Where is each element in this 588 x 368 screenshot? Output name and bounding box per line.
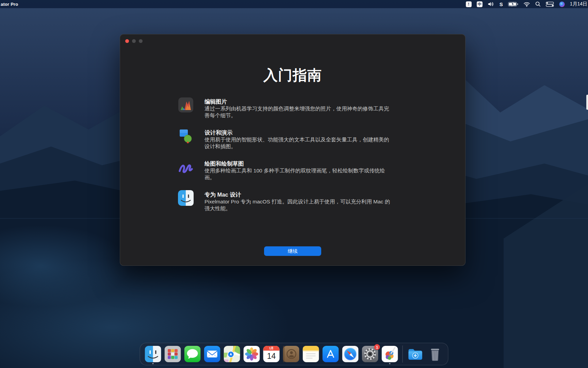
continue-button[interactable]: 继续 bbox=[264, 246, 321, 256]
feature-body: 使用多种绘画工具和 100 多种手工制作的双纹理画笔，轻松绘制数字或传统绘画。 bbox=[205, 167, 392, 181]
volume-icon[interactable] bbox=[488, 1, 494, 7]
calendar-day-label: 14 bbox=[263, 351, 280, 362]
dock: 1月 14 bbox=[140, 343, 448, 365]
page-title: 入门指南 bbox=[120, 66, 465, 85]
feature-title: 编辑图片 bbox=[205, 98, 395, 105]
calendar-month-label: 1月 bbox=[263, 346, 280, 351]
dock-safari-icon[interactable] bbox=[342, 346, 359, 362]
feature-body: 通过一系列由机器学习支持的颜色调整来增强您的照片，使用神奇的修饰工具完善每个细节… bbox=[205, 105, 392, 119]
dock-messages-icon[interactable] bbox=[184, 346, 201, 362]
spotlight-search-icon[interactable] bbox=[535, 1, 541, 7]
finder-mac-icon bbox=[178, 190, 194, 206]
close-button[interactable] bbox=[125, 39, 129, 43]
minimize-button-disabled[interactable] bbox=[132, 39, 136, 43]
feature-title: 绘图和绘制草图 bbox=[205, 160, 395, 167]
control-center-icon[interactable] bbox=[546, 2, 554, 7]
paint-squiggle-icon bbox=[178, 159, 194, 175]
dock-trash-icon[interactable] bbox=[427, 346, 443, 362]
dock-system-preferences-icon[interactable]: 1 bbox=[362, 346, 378, 362]
dock-finder-icon[interactable] bbox=[145, 346, 161, 362]
notification-count-badge: 1 bbox=[374, 344, 380, 350]
dock-maps-icon[interactable] bbox=[224, 346, 240, 362]
siri-icon[interactable] bbox=[559, 1, 565, 7]
s-app-icon[interactable]: S bbox=[500, 1, 503, 7]
feature-title: 设计和演示 bbox=[205, 129, 395, 136]
feature-title: 专为 Mac 设计 bbox=[205, 191, 395, 198]
desktop: ator Pro ! 中 S bbox=[0, 0, 588, 368]
getting-started-window: 入门指南 编辑图片 通过一系列由机器学习支持的颜色调整来增强您的照片，使用神奇的… bbox=[120, 34, 466, 266]
window-traffic-lights bbox=[125, 39, 143, 43]
input-source-icon[interactable]: 中 bbox=[477, 1, 483, 7]
dock-launchpad-icon[interactable] bbox=[165, 346, 181, 362]
feature-list: 编辑图片 通过一系列由机器学习支持的颜色调整来增强您的照片，使用神奇的修饰工具完… bbox=[178, 98, 396, 222]
dock-calendar-icon[interactable]: 1月 14 bbox=[263, 346, 280, 362]
feature-row-edit-photos: 编辑图片 通过一系列由机器学习支持的颜色调整来增强您的照片，使用神奇的修饰工具完… bbox=[178, 98, 396, 119]
dock-pixelmator-pro-icon[interactable] bbox=[382, 346, 398, 362]
running-indicator-dot bbox=[389, 363, 391, 364]
feature-body: 使用易于使用的智能形状、功能强大的文本工具以及全套矢量工具，创建精美的设计和插图… bbox=[205, 136, 392, 150]
feature-row-design: 设计和演示 使用易于使用的智能形状、功能强大的文本工具以及全套矢量工具，创建精美… bbox=[178, 129, 396, 150]
screen-right-edge-artifact bbox=[586, 95, 588, 110]
dock-downloads-folder-icon[interactable] bbox=[407, 346, 424, 362]
design-shapes-icon bbox=[178, 128, 194, 144]
dock-photos-icon[interactable] bbox=[244, 346, 260, 362]
dock-notes-icon[interactable] bbox=[303, 346, 319, 362]
feature-row-mac: 专为 Mac 设计 Pixelmator Pro 专为 macOS 打造。因此设… bbox=[178, 191, 396, 212]
menu-bar-clock[interactable]: 1月14日 bbox=[570, 1, 587, 7]
menu-bar: ator Pro ! 中 S bbox=[0, 0, 588, 8]
notification-badge-icon[interactable]: ! bbox=[466, 1, 472, 7]
feature-body: Pixelmator Pro 专为 macOS 打造。因此设计上易于使用，可以充… bbox=[205, 198, 392, 212]
dock-mail-icon[interactable] bbox=[204, 346, 220, 362]
feature-row-paint: 绘图和绘制草图 使用多种绘画工具和 100 多种手工制作的双纹理画笔，轻松绘制数… bbox=[178, 160, 396, 181]
dock-contacts-icon[interactable] bbox=[283, 346, 299, 362]
dock-separator bbox=[403, 346, 403, 363]
app-menu-title[interactable]: ator Pro bbox=[1, 2, 18, 7]
zoom-button-disabled[interactable] bbox=[139, 39, 143, 43]
wifi-icon[interactable] bbox=[523, 2, 530, 7]
running-indicator-dot bbox=[152, 363, 154, 364]
photo-adjustments-icon bbox=[178, 97, 194, 113]
dock-app-store-icon[interactable] bbox=[323, 346, 339, 362]
battery-charging-icon[interactable] bbox=[508, 2, 518, 7]
